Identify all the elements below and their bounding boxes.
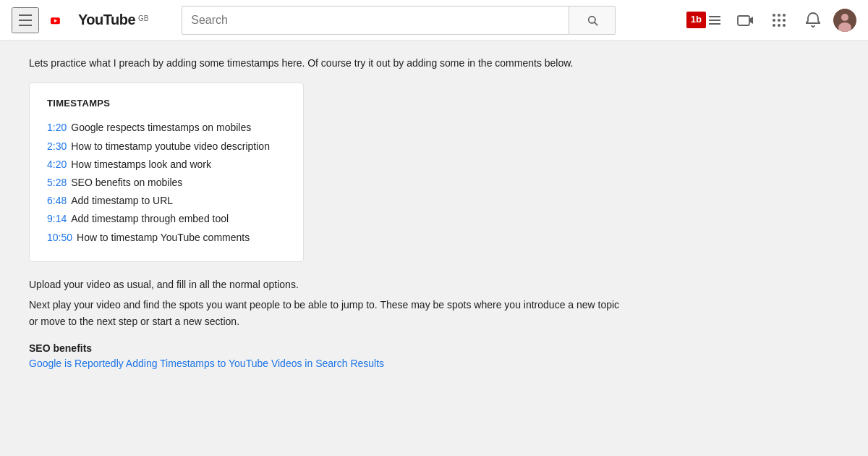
- header: YouTube GB 1b: [0, 0, 868, 41]
- logo-wordmark: YouTube: [78, 12, 135, 28]
- subscriptions-badge: 1b: [686, 12, 706, 28]
- timestamp-link[interactable]: 4:20: [47, 156, 67, 174]
- avatar-image: [833, 9, 856, 32]
- timestamp-item: 6:48Add timestamp to URL: [47, 192, 286, 210]
- timestamp-link[interactable]: 10:50: [47, 229, 72, 247]
- timestamp-item: 2:30How to timestamp youtube video descr…: [47, 138, 286, 156]
- main-content: Lets practice what I preach by adding so…: [0, 41, 868, 456]
- youtube-logo[interactable]: YouTube GB: [51, 12, 149, 29]
- timestamp-item: 4:20How timestamps look and work: [47, 156, 286, 174]
- timestamp-item: 5:28SEO benefits on mobiles: [47, 174, 286, 192]
- timestamp-link[interactable]: 5:28: [47, 174, 67, 192]
- timestamp-label: How to timestamp youtube video descripti…: [71, 138, 270, 156]
- seo-title: SEO benefits: [29, 342, 839, 354]
- search-input[interactable]: [182, 7, 569, 34]
- create-video-button[interactable]: [731, 6, 760, 35]
- search-container: [182, 6, 616, 35]
- body-line-1: Upload your video as usual, and fill in …: [29, 276, 622, 294]
- body-line-2: Next play your video and find the spots …: [29, 297, 622, 332]
- youtube-logo-icon: [51, 12, 75, 29]
- avatar-svg: [833, 9, 856, 32]
- apps-button[interactable]: [765, 7, 793, 34]
- svg-rect-4: [738, 16, 749, 25]
- timestamps-list: 1:20Google respects timestamps on mobile…: [47, 119, 286, 246]
- search-icon: [587, 14, 598, 26]
- timestamp-item: 9:14Add timestamp through embed tool: [47, 210, 286, 228]
- apps-grid-icon: [771, 12, 787, 28]
- timestamp-label: SEO benefits on mobiles: [71, 174, 182, 192]
- camera-icon: [736, 12, 754, 29]
- timestamp-item: 10:50How to timestamp YouTube comments: [47, 229, 286, 247]
- timestamps-box: TIMESTAMPS 1:20Google respects timestamp…: [29, 83, 304, 261]
- svg-point-7: [841, 14, 848, 21]
- timestamp-link[interactable]: 1:20: [47, 119, 67, 137]
- bell-icon: [804, 12, 822, 29]
- avatar[interactable]: [833, 9, 856, 32]
- search-bar: [182, 6, 569, 35]
- subscriptions-button[interactable]: 1b: [682, 9, 725, 30]
- notifications-button[interactable]: [799, 6, 827, 35]
- hamburger-menu-button[interactable]: [12, 7, 39, 33]
- intro-description: Lets practice what I preach by adding so…: [29, 55, 622, 71]
- timestamp-label: How timestamps look and work: [71, 156, 211, 174]
- timestamp-label: Add timestamp through embed tool: [71, 210, 229, 228]
- body-text: Upload your video as usual, and fill in …: [29, 276, 622, 331]
- timestamps-title: TIMESTAMPS: [47, 98, 286, 109]
- header-left: YouTube GB: [12, 7, 149, 33]
- header-right: 1b: [682, 6, 856, 35]
- timestamp-link[interactable]: 2:30: [47, 138, 67, 156]
- seo-link[interactable]: Google is Reportedly Adding Timestamps t…: [29, 358, 384, 369]
- seo-section: SEO benefits Google is Reportedly Adding…: [29, 342, 839, 370]
- svg-line-3: [595, 22, 597, 25]
- timestamp-label: Google respects timestamps on mobiles: [71, 119, 251, 137]
- timestamp-link[interactable]: 9:14: [47, 210, 67, 228]
- logo-country: GB: [138, 14, 148, 22]
- timestamp-link[interactable]: 6:48: [47, 192, 67, 210]
- subscriptions-lines-icon: [709, 16, 720, 25]
- timestamp-label: How to timestamp YouTube comments: [77, 229, 250, 247]
- timestamp-item: 1:20Google respects timestamps on mobile…: [47, 119, 286, 137]
- timestamp-label: Add timestamp to URL: [71, 192, 173, 210]
- search-button[interactable]: [569, 6, 616, 35]
